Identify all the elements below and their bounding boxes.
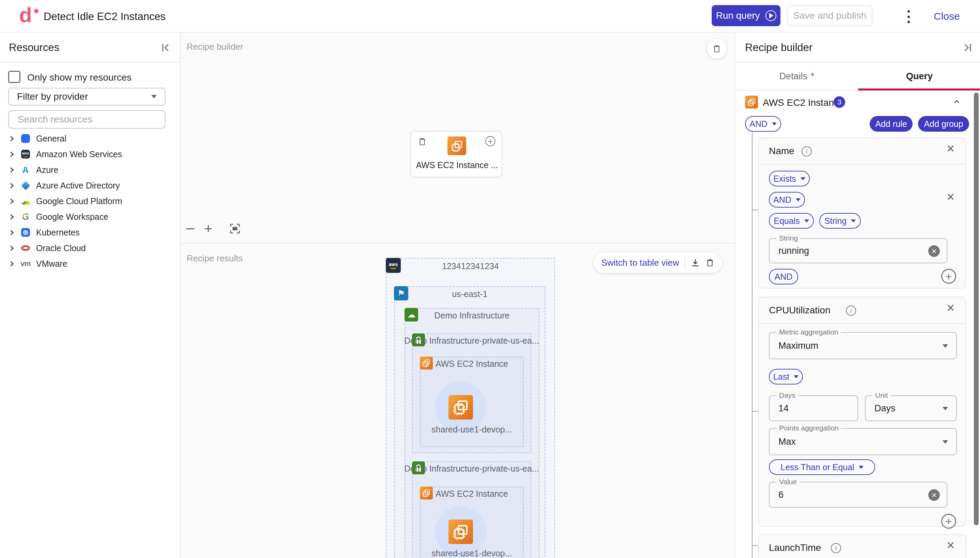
unit-select[interactable]: Unit Days: [865, 396, 957, 421]
clear-input-icon[interactable]: ×: [928, 245, 940, 257]
sidebar-item-aws[interactable]: aws Amazon Web Services: [0, 146, 181, 162]
and-operator-chip[interactable]: AND: [769, 192, 805, 208]
sidebar-item-oracle[interactable]: Oracle Cloud: [0, 240, 181, 256]
collapse-group-chevron-up-icon[interactable]: [954, 100, 960, 105]
select-value: Maximum: [778, 341, 818, 351]
node-add-icon[interactable]: +: [485, 136, 496, 146]
add-group-button[interactable]: Add group: [918, 116, 969, 132]
tab-query[interactable]: Query: [858, 62, 980, 90]
input-label: String: [776, 235, 800, 241]
chevron-right-icon[interactable]: [8, 167, 14, 172]
exists-operator-chip[interactable]: Exists: [769, 171, 810, 187]
last-operator-chip[interactable]: Last: [769, 369, 803, 384]
recipe-builder-canvas[interactable]: Recipe builder + AWS EC2 Instance ... +: [181, 33, 735, 243]
run-query-button[interactable]: Run query: [712, 5, 781, 26]
sidebar-item-vmware[interactable]: vm VMware: [0, 256, 181, 271]
query-group-name: AWS EC2 Instance: [763, 97, 844, 108]
instance-name-label: shared-use1-devop...: [420, 425, 524, 435]
azure-active-directory-icon: [21, 181, 30, 190]
rule-title: LaunchTime: [769, 542, 821, 553]
recipe-builder-panel: Recipe builder Details * Query AWS EC2 I…: [735, 33, 980, 558]
remove-rule-icon[interactable]: ×: [947, 540, 954, 550]
tab-active-indicator: [858, 89, 980, 90]
canvas-heading: Recipe builder: [186, 41, 243, 52]
tab-query-label: Query: [906, 71, 933, 82]
sidebar-item-kubernetes[interactable]: ☸ Kubernetes: [0, 225, 181, 240]
chevron-right-icon[interactable]: [8, 136, 14, 141]
rule-title: CPUUtilization: [769, 305, 830, 316]
expand-panel-icon[interactable]: [962, 42, 973, 53]
add-condition-icon[interactable]: +: [941, 269, 956, 284]
string-value-input[interactable]: String running ×: [769, 238, 947, 263]
sidebar-item-general[interactable]: General: [0, 131, 181, 146]
provider-label: General: [36, 134, 66, 144]
card-divider: [759, 323, 966, 324]
chevron-right-icon[interactable]: [8, 199, 14, 204]
close-link[interactable]: Close: [934, 11, 960, 22]
tab-details[interactable]: Details *: [736, 62, 858, 90]
points-aggregation-select[interactable]: Points aggregation Max: [769, 428, 957, 455]
value-input[interactable]: Value 6 ×: [769, 482, 947, 508]
comparator-chip[interactable]: Less Than or Equal: [769, 460, 875, 475]
remove-rule-icon[interactable]: ×: [947, 302, 954, 313]
chevron-right-icon[interactable]: [8, 151, 14, 157]
days-input[interactable]: Days 14: [769, 396, 858, 421]
info-icon[interactable]: i: [831, 543, 841, 553]
node-delete-icon[interactable]: [418, 137, 427, 146]
connector-stub: [752, 411, 758, 412]
aws-icon: aws: [21, 150, 30, 159]
type-chip[interactable]: String: [819, 213, 861, 229]
remove-rule-icon[interactable]: ×: [947, 143, 954, 154]
sidebar-item-azure-ad[interactable]: Azure Active Directory: [0, 177, 181, 193]
download-icon[interactable]: [690, 258, 700, 268]
resources-sidebar: Resources Only show my resources Filter …: [0, 33, 181, 558]
sidebar-item-gcp[interactable]: ☁ Google Cloud Platform: [0, 193, 181, 209]
results-trash-icon[interactable]: [705, 258, 715, 267]
sidebar-item-google-workspace[interactable]: G Google Workspace: [0, 209, 181, 225]
clear-input-icon[interactable]: ×: [928, 489, 940, 501]
collapse-sidebar-icon[interactable]: [160, 42, 171, 53]
save-and-publish-button[interactable]: Save and publish: [787, 5, 872, 26]
zoom-out-icon[interactable]: [185, 223, 196, 234]
add-rule-button[interactable]: Add rule: [870, 116, 912, 132]
trailing-and-chip[interactable]: AND: [769, 269, 798, 284]
sidebar-item-azure[interactable]: A Azure: [0, 162, 181, 177]
info-icon[interactable]: i: [846, 305, 856, 316]
filter-by-provider-select[interactable]: Filter by provider: [8, 88, 165, 105]
input-label: Days: [776, 392, 798, 399]
group-operator-chip[interactable]: AND: [745, 116, 781, 132]
info-icon[interactable]: i: [802, 146, 812, 156]
zoom-in-icon[interactable]: +: [204, 222, 212, 235]
chevron-right-icon[interactable]: [8, 230, 14, 235]
metric-aggregation-select[interactable]: Metric aggregation Maximum: [769, 332, 957, 359]
azure-icon: A: [21, 165, 30, 174]
ec2-instance-icon[interactable]: [448, 520, 473, 544]
chevron-right-icon[interactable]: [8, 261, 14, 266]
panel-scrollbar-thumb[interactable]: [974, 92, 978, 525]
rule-title: Name: [769, 146, 794, 156]
kubernetes-icon: ☸: [21, 228, 30, 237]
equals-operator-chip[interactable]: Equals: [769, 213, 814, 229]
ec2-instance-icon[interactable]: [448, 395, 473, 420]
rule-card-cpuutilization: CPUUtilization i × Metric aggregation Ma…: [758, 297, 966, 527]
chevron-right-icon[interactable]: [8, 183, 14, 188]
connector-stub: [752, 545, 758, 546]
ec2-node-card[interactable]: + AWS EC2 Instance ...: [410, 131, 502, 177]
remove-condition-icon[interactable]: ×: [947, 191, 954, 202]
switch-to-table-view-button[interactable]: Switch to table view: [601, 258, 679, 268]
kebab-menu-icon[interactable]: [906, 9, 911, 25]
search-resources-input[interactable]: Search resources: [8, 110, 165, 129]
only-my-resources-checkbox[interactable]: [8, 71, 20, 83]
sidebar-heading: Resources: [9, 41, 59, 54]
fit-view-icon[interactable]: [229, 223, 241, 235]
provider-label: Google Cloud Platform: [36, 196, 122, 206]
ec2-group-label: AWS EC2 Instance: [420, 359, 524, 369]
chevron-right-icon[interactable]: [8, 245, 14, 251]
input-value: 6: [778, 490, 784, 500]
instance-name-label: shared-use1-devop...: [420, 548, 524, 558]
ec2-service-icon: [448, 136, 466, 155]
clear-canvas-button[interactable]: [707, 39, 726, 59]
chevron-right-icon[interactable]: [8, 214, 14, 220]
add-condition-icon[interactable]: +: [941, 514, 956, 529]
sidebar-divider: [0, 62, 181, 62]
